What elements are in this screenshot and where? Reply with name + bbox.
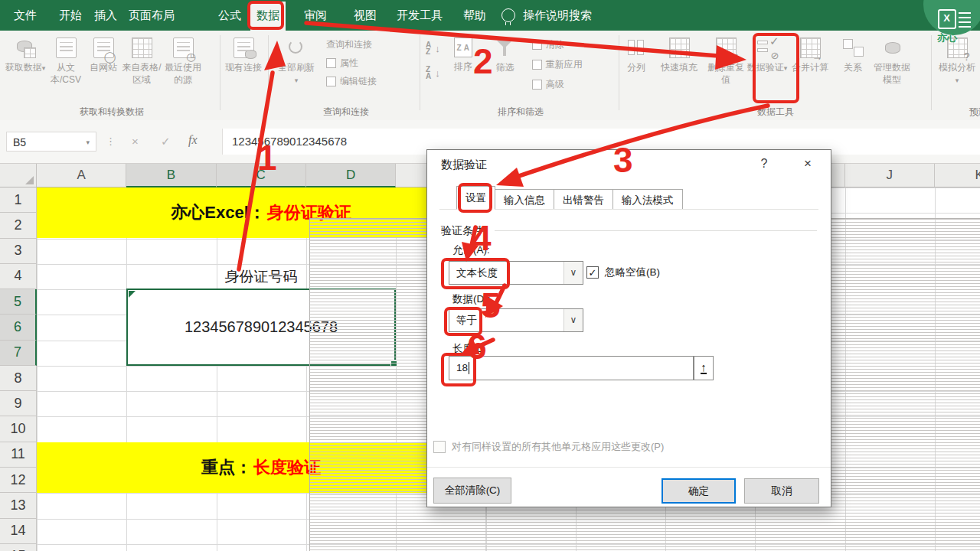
row-header-10[interactable]: 10 (0, 416, 37, 442)
properties-icon (326, 58, 336, 68)
ribbon-group-data-tools: 分列 快速填充 × 删除重复值 ✓ ⊘ 数据验 (620, 31, 931, 120)
from-web-button[interactable]: ◯ 自网站 (86, 31, 121, 74)
flash-fill-button[interactable]: 快速填充 (652, 31, 706, 74)
ribbon-group-queries-connections: 全部刷新▾ 查询和连接 属性 编辑链接 查询和连接 (273, 31, 420, 120)
menu-tab-8[interactable]: 开发工具 (397, 0, 443, 31)
cancel-button[interactable]: 取消 (744, 478, 819, 504)
validation-criteria-label: 验证条件 (441, 224, 484, 238)
tell-me-search[interactable]: 操作说明搜索 (501, 0, 592, 31)
row-header-8[interactable]: 8 (0, 366, 37, 391)
insert-function-icon[interactable]: fx (188, 133, 198, 147)
confirm-entry-icon[interactable]: ✓ (161, 135, 171, 148)
menu-tab-6[interactable]: 审阅 (304, 0, 327, 31)
group-label-forecast: 预测 (969, 106, 980, 119)
select-all-corner[interactable] (0, 163, 37, 187)
recent-sources-button[interactable]: ◷ 最近使用的源 (162, 31, 204, 86)
reapply-button[interactable]: 重新应用 (532, 58, 583, 71)
namebox-caret-icon[interactable]: ▾ (86, 132, 90, 152)
row-header-1[interactable]: 1 (0, 187, 37, 213)
get-data-button[interactable]: 获取数据▾ (5, 31, 46, 74)
menu-tab-9[interactable]: 帮助 (463, 0, 486, 31)
row-header-13[interactable]: 13 (0, 493, 37, 518)
row-header-6[interactable]: 6 (0, 315, 37, 340)
dialog-tab-1[interactable]: 输入信息 (495, 189, 554, 210)
row-header-5[interactable]: 5 (0, 289, 37, 315)
menu-tab-0[interactable]: 文件 (14, 0, 37, 31)
search-label: 操作说明搜索 (523, 8, 592, 23)
column-header-D[interactable]: D (306, 163, 396, 187)
properties-button[interactable]: 属性 (326, 57, 377, 70)
consolidate-button[interactable]: → 合并计算 (789, 31, 831, 74)
sort-ascending-button[interactable]: AZ↓ (426, 41, 440, 55)
dialog-tab-0[interactable]: 设置 (456, 186, 495, 210)
menu-bar: 文件开始插入页面布局公式数据审阅视图开发工具帮助 操作说明搜索 (0, 0, 980, 31)
text-cursor (469, 362, 469, 374)
chevron-down-icon[interactable]: ∨ (564, 309, 583, 331)
ignore-blank-checkbox[interactable]: ✓ 忽略空值(B) (586, 266, 660, 279)
dialog-tabs: 设置输入信息出错警告输入法模式 (456, 187, 683, 210)
dialog-tab-2[interactable]: 出错警告 (554, 189, 613, 210)
collapse-dialog-button[interactable]: ↑ (694, 356, 714, 380)
row-header-14[interactable]: 14 (0, 519, 37, 544)
length-label: 长度(L) (452, 342, 486, 356)
row-header-11[interactable]: 11 (0, 442, 37, 468)
excel-window: 文件开始插入页面布局公式数据审阅视图开发工具帮助 操作说明搜索 X 亦心 获取数… (0, 0, 980, 551)
column-header-A[interactable]: A (37, 163, 126, 187)
dialog-tab-3[interactable]: 输入法模式 (613, 189, 683, 210)
dialog-close-icon[interactable]: × (799, 156, 816, 171)
queries-connections-button[interactable]: 查询和连接 (326, 38, 377, 51)
row-header-7[interactable]: 7 (0, 341, 37, 366)
existing-connections-button[interactable]: 现有连接 (224, 31, 263, 74)
data-validation-button[interactable]: ✓ ⊘ 数据验证▾ (746, 31, 789, 74)
length-input[interactable]: 18 (449, 356, 694, 380)
menu-tab-5[interactable]: 数据 (250, 2, 286, 31)
watermark-text: 亦心 (937, 31, 957, 45)
menu-tab-7[interactable]: 视图 (354, 0, 377, 31)
allow-dropdown[interactable]: 文本长度 ∨ (449, 261, 583, 285)
checkbox-checked-icon[interactable]: ✓ (586, 266, 599, 279)
sort-button[interactable]: ZA 排序 (445, 31, 482, 73)
from-table-range-button[interactable]: 来自表格/区域 (121, 31, 162, 86)
manage-data-model-button[interactable]: 管理数据模型 (870, 31, 914, 86)
name-box[interactable]: B5▾ (6, 132, 96, 152)
row-header-12[interactable]: 12 (0, 468, 37, 493)
dialog-help-icon[interactable]: ? (756, 157, 772, 171)
reapply-icon (532, 60, 542, 70)
sort-desc-arrow-icon: ↓ (435, 67, 440, 79)
dropdown-caret-icon: ▾ (295, 77, 299, 84)
data-dropdown[interactable]: 等于 ∨ (449, 308, 583, 332)
menu-tab-2[interactable]: 插入 (94, 0, 117, 31)
collapse-arrow-icon: ↑ (701, 361, 707, 374)
formula-bar-handle[interactable]: ⋮ (106, 135, 116, 147)
connections-file-icon (234, 37, 254, 58)
advanced-filter-button[interactable]: 高级 (532, 78, 583, 91)
column-header-C[interactable]: C (217, 163, 306, 187)
from-text-csv-button[interactable]: 从文本/CSV (46, 31, 86, 86)
column-header-K[interactable]: K (935, 163, 980, 187)
column-header-J[interactable]: J (845, 163, 935, 187)
column-header-B[interactable]: B (126, 163, 216, 187)
filter-button[interactable]: 筛选 (488, 31, 523, 74)
row-header-3[interactable]: 3 (0, 239, 37, 264)
refresh-all-button[interactable]: 全部刷新▾ (273, 31, 320, 86)
recent-sources-icon: ◷ (173, 37, 194, 58)
menu-tab-3[interactable]: 页面布局 (129, 0, 175, 31)
sort-descending-button[interactable]: ZA↓ (426, 66, 440, 80)
row-header-9[interactable]: 9 (0, 391, 37, 416)
clear-filter-button[interactable]: 清除 (532, 38, 583, 51)
text-to-columns-button[interactable]: 分列 (620, 31, 652, 74)
edit-links-button[interactable]: 编辑链接 (326, 75, 377, 88)
row-header-15[interactable]: 15 (0, 544, 37, 551)
clear-all-button[interactable]: 全部清除(C) (433, 478, 511, 504)
menu-tab-4[interactable]: 公式 (218, 0, 241, 31)
consolidate-icon: → (800, 37, 821, 58)
menu-tab-1[interactable]: 开始 (59, 0, 82, 31)
cancel-entry-icon[interactable]: × (132, 135, 139, 148)
row-header-4[interactable]: 4 (0, 264, 37, 289)
data-validation-dialog: 数据验证 ? × 设置输入信息出错警告输入法模式 验证条件 允许(A): 文本长… (426, 149, 831, 507)
ok-button[interactable]: 确定 (662, 478, 736, 504)
remove-duplicates-button[interactable]: × 删除重复值 (706, 31, 746, 86)
chevron-down-icon[interactable]: ∨ (564, 262, 583, 284)
row-header-2[interactable]: 2 (0, 213, 37, 238)
relationships-button[interactable]: 关系 (836, 31, 870, 74)
